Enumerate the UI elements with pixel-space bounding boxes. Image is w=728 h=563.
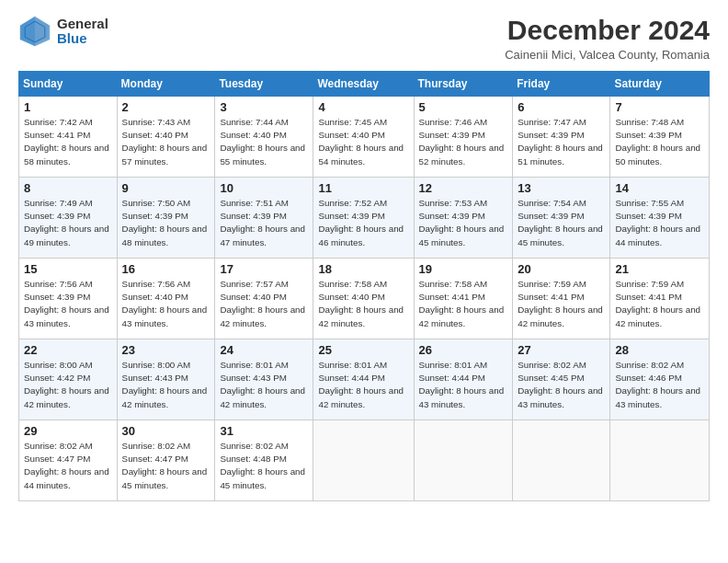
day-info: Sunrise: 7:48 AMSunset: 4:39 PMDaylight:… <box>615 117 700 167</box>
day-info: Sunrise: 7:56 AMSunset: 4:40 PMDaylight:… <box>122 279 208 328</box>
table-row: 22 Sunrise: 8:00 AMSunset: 4:42 PMDaylig… <box>19 339 710 420</box>
day-number: 24 <box>220 343 308 357</box>
table-row: 29 Sunrise: 8:02 AMSunset: 4:47 PMDaylig… <box>19 420 710 501</box>
list-item: 16 Sunrise: 7:56 AMSunset: 4:40 PMDaylig… <box>117 259 215 339</box>
header-tuesday: Tuesday <box>215 72 313 97</box>
calendar-table: Sunday Monday Tuesday Wednesday Thursday… <box>18 71 710 501</box>
list-item: 3 Sunrise: 7:44 AMSunset: 4:40 PMDayligh… <box>215 97 313 178</box>
day-number: 25 <box>318 343 408 357</box>
day-number: 2 <box>122 100 210 114</box>
list-item: 2 Sunrise: 7:43 AMSunset: 4:40 PMDayligh… <box>117 97 215 178</box>
day-info: Sunrise: 7:42 AMSunset: 4:41 PMDaylight:… <box>24 117 109 167</box>
day-number: 19 <box>419 262 508 276</box>
day-number: 5 <box>419 100 508 114</box>
day-number: 29 <box>24 424 112 438</box>
day-number: 11 <box>318 181 408 195</box>
day-number: 7 <box>615 100 704 114</box>
header-monday: Monday <box>117 72 215 97</box>
day-number: 26 <box>419 343 508 357</box>
day-number: 22 <box>24 343 112 357</box>
header-sunday: Sunday <box>19 72 118 97</box>
logo-general-text: General <box>57 17 108 32</box>
day-number: 31 <box>220 424 308 438</box>
day-number: 30 <box>122 424 210 438</box>
day-info: Sunrise: 7:56 AMSunset: 4:39 PMDaylight:… <box>24 279 109 328</box>
day-info: Sunrise: 7:55 AMSunset: 4:39 PMDaylight:… <box>615 198 700 247</box>
title-section: December 2024 Cainenii Mici, Valcea Coun… <box>505 15 710 62</box>
day-number: 21 <box>615 262 704 276</box>
day-info: Sunrise: 8:02 AMSunset: 4:47 PMDaylight:… <box>24 441 109 490</box>
day-info: Sunrise: 7:59 AMSunset: 4:41 PMDaylight:… <box>518 279 603 328</box>
list-item: 7 Sunrise: 7:48 AMSunset: 4:39 PMDayligh… <box>610 97 710 178</box>
list-item: 17 Sunrise: 7:57 AMSunset: 4:40 PMDaylig… <box>215 259 313 339</box>
logo: General Blue <box>18 15 108 48</box>
day-info: Sunrise: 8:00 AMSunset: 4:42 PMDaylight:… <box>24 360 109 409</box>
list-item: 11 Sunrise: 7:52 AMSunset: 4:39 PMDaylig… <box>313 178 414 259</box>
list-item: 31 Sunrise: 8:02 AMSunset: 4:48 PMDaylig… <box>215 420 313 501</box>
day-number: 10 <box>220 181 308 195</box>
header-saturday: Saturday <box>610 72 710 97</box>
list-item <box>513 420 610 501</box>
day-number: 9 <box>122 181 210 195</box>
header-wednesday: Wednesday <box>313 72 414 97</box>
day-info: Sunrise: 8:02 AMSunset: 4:45 PMDaylight:… <box>518 360 603 409</box>
list-item: 6 Sunrise: 7:47 AMSunset: 4:39 PMDayligh… <box>513 97 610 178</box>
list-item: 8 Sunrise: 7:49 AMSunset: 4:39 PMDayligh… <box>19 178 118 259</box>
calendar-header-row: Sunday Monday Tuesday Wednesday Thursday… <box>19 72 710 97</box>
header-thursday: Thursday <box>414 72 513 97</box>
day-info: Sunrise: 7:47 AMSunset: 4:39 PMDaylight:… <box>518 117 603 167</box>
list-item: 10 Sunrise: 7:51 AMSunset: 4:39 PMDaylig… <box>215 178 313 259</box>
day-number: 17 <box>220 262 308 276</box>
day-info: Sunrise: 7:45 AMSunset: 4:40 PMDaylight:… <box>318 117 404 167</box>
list-item <box>610 420 710 501</box>
list-item: 27 Sunrise: 8:02 AMSunset: 4:45 PMDaylig… <box>513 339 610 420</box>
day-info: Sunrise: 8:02 AMSunset: 4:47 PMDaylight:… <box>122 441 208 490</box>
day-info: Sunrise: 7:44 AMSunset: 4:40 PMDaylight:… <box>220 117 305 167</box>
list-item: 20 Sunrise: 7:59 AMSunset: 4:41 PMDaylig… <box>513 259 610 339</box>
list-item: 5 Sunrise: 7:46 AMSunset: 4:39 PMDayligh… <box>414 97 513 178</box>
header-friday: Friday <box>513 72 610 97</box>
list-item: 19 Sunrise: 7:58 AMSunset: 4:41 PMDaylig… <box>414 259 513 339</box>
day-info: Sunrise: 7:54 AMSunset: 4:39 PMDaylight:… <box>518 198 603 247</box>
day-number: 16 <box>122 262 210 276</box>
day-info: Sunrise: 8:01 AMSunset: 4:43 PMDaylight:… <box>220 360 305 409</box>
list-item: 14 Sunrise: 7:55 AMSunset: 4:39 PMDaylig… <box>610 178 710 259</box>
list-item: 22 Sunrise: 8:00 AMSunset: 4:42 PMDaylig… <box>19 339 118 420</box>
day-number: 13 <box>518 181 605 195</box>
day-info: Sunrise: 7:50 AMSunset: 4:39 PMDaylight:… <box>122 198 208 247</box>
page-container: General Blue December 2024 Cainenii Mici… <box>0 0 728 563</box>
list-item: 18 Sunrise: 7:58 AMSunset: 4:40 PMDaylig… <box>313 259 414 339</box>
day-info: Sunrise: 8:02 AMSunset: 4:46 PMDaylight:… <box>615 360 700 409</box>
day-info: Sunrise: 7:58 AMSunset: 4:40 PMDaylight:… <box>318 279 404 328</box>
list-item: 28 Sunrise: 8:02 AMSunset: 4:46 PMDaylig… <box>610 339 710 420</box>
day-info: Sunrise: 7:58 AMSunset: 4:41 PMDaylight:… <box>419 279 505 328</box>
day-number: 15 <box>24 262 112 276</box>
list-item: 13 Sunrise: 7:54 AMSunset: 4:39 PMDaylig… <box>513 178 610 259</box>
day-info: Sunrise: 7:59 AMSunset: 4:41 PMDaylight:… <box>615 279 700 328</box>
table-row: 1 Sunrise: 7:42 AMSunset: 4:41 PMDayligh… <box>19 97 710 178</box>
svg-marker-2 <box>20 17 35 46</box>
day-number: 20 <box>518 262 605 276</box>
logo-icon <box>18 15 51 48</box>
day-info: Sunrise: 8:01 AMSunset: 4:44 PMDaylight:… <box>318 360 404 409</box>
svg-marker-1 <box>35 17 50 46</box>
day-number: 3 <box>220 100 308 114</box>
list-item <box>313 420 414 501</box>
list-item: 4 Sunrise: 7:45 AMSunset: 4:40 PMDayligh… <box>313 97 414 178</box>
list-item: 24 Sunrise: 8:01 AMSunset: 4:43 PMDaylig… <box>215 339 313 420</box>
day-info: Sunrise: 7:51 AMSunset: 4:39 PMDaylight:… <box>220 198 305 247</box>
day-number: 4 <box>318 100 408 114</box>
day-info: Sunrise: 7:53 AMSunset: 4:39 PMDaylight:… <box>419 198 505 247</box>
list-item: 21 Sunrise: 7:59 AMSunset: 4:41 PMDaylig… <box>610 259 710 339</box>
day-number: 8 <box>24 181 112 195</box>
day-number: 28 <box>615 343 704 357</box>
day-info: Sunrise: 7:49 AMSunset: 4:39 PMDaylight:… <box>24 198 109 247</box>
list-item: 23 Sunrise: 8:00 AMSunset: 4:43 PMDaylig… <box>117 339 215 420</box>
day-info: Sunrise: 8:00 AMSunset: 4:43 PMDaylight:… <box>122 360 208 409</box>
location-text: Cainenii Mici, Valcea County, Romania <box>505 48 710 62</box>
table-row: 15 Sunrise: 7:56 AMSunset: 4:39 PMDaylig… <box>19 259 710 339</box>
list-item: 9 Sunrise: 7:50 AMSunset: 4:39 PMDayligh… <box>117 178 215 259</box>
table-row: 8 Sunrise: 7:49 AMSunset: 4:39 PMDayligh… <box>19 178 710 259</box>
day-info: Sunrise: 8:01 AMSunset: 4:44 PMDaylight:… <box>419 360 505 409</box>
list-item: 26 Sunrise: 8:01 AMSunset: 4:44 PMDaylig… <box>414 339 513 420</box>
